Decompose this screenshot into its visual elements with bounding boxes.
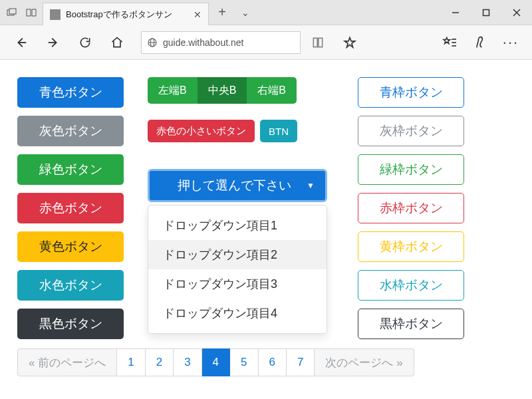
dropdown-item-2[interactable]: ドロップダウン項目3 (148, 269, 327, 299)
pagination-prev: « 前のページへ (17, 348, 117, 376)
pagination-page-6[interactable]: 6 (259, 348, 287, 376)
group-center-button[interactable]: 中央B (198, 77, 247, 104)
globe-icon (147, 37, 158, 48)
middle-column: 左端B 中央B 右端B 赤色の小さいボタン BTN 押して選んで下さい ▼ ドロ… (148, 77, 334, 339)
pagination-page-1[interactable]: 1 (117, 348, 145, 376)
refresh-button[interactable] (70, 29, 100, 56)
solid-button-2[interactable]: 緑色ボタン (17, 154, 124, 185)
outline-button-0[interactable]: 青枠ボタン (358, 77, 464, 108)
pagination-page-4[interactable]: 4 (202, 348, 230, 376)
forward-button[interactable] (39, 29, 68, 56)
favorite-star-button[interactable] (335, 29, 364, 56)
pagination-page-2[interactable]: 2 (146, 348, 174, 376)
more-menu-button[interactable]: ··· (496, 29, 525, 56)
dropdown: 押して選んで下さい ▼ ドロップダウン項目1ドロップダウン項目2ドロップダウン項… (148, 169, 334, 334)
caret-down-icon: ▼ (307, 181, 315, 190)
home-button[interactable] (102, 29, 132, 56)
pagination-page-5[interactable]: 5 (230, 348, 258, 376)
tab-close-icon[interactable]: ✕ (194, 9, 201, 20)
tab-title: Bootstrapで作るボタンサン (66, 9, 188, 21)
pagination-page-3[interactable]: 3 (174, 348, 201, 376)
solid-button-column: 青色ボタン灰色ボタン緑色ボタン赤色ボタン黄色ボタン水色ボタン黒色ボタン (17, 77, 124, 339)
page-content: 青色ボタン灰色ボタン緑色ボタン赤色ボタン黄色ボタン水色ボタン黒色ボタン 左端B … (0, 60, 532, 383)
outline-button-2[interactable]: 緑枠ボタン (358, 154, 464, 185)
solid-button-5[interactable]: 水色ボタン (17, 270, 124, 301)
address-bar[interactable]: guide.withabout.net (141, 31, 301, 54)
dropdown-item-0[interactable]: ドロップダウン項目1 (148, 211, 327, 240)
minimize-button[interactable] (440, 0, 471, 25)
solid-button-4[interactable]: 黄色ボタン (17, 231, 124, 262)
tab-favicon-icon (50, 9, 61, 20)
small-teal-button[interactable]: BTN (260, 120, 297, 142)
pagination: « 前のページへ1234567次のページへ » (17, 348, 515, 376)
pagination-page-7[interactable]: 7 (287, 348, 315, 376)
dropdown-item-1[interactable]: ドロップダウン項目2 (148, 240, 327, 269)
svg-rect-5 (483, 9, 489, 15)
tab-list-chevron-icon[interactable]: ⌄ (235, 0, 255, 25)
browser-toolbar: guide.withabout.net ··· (0, 25, 532, 60)
notes-button[interactable] (466, 29, 495, 56)
titlebar-left-icons (0, 0, 43, 25)
favorites-list-button[interactable] (435, 29, 464, 56)
window-split-icon[interactable] (24, 5, 39, 20)
group-left-button[interactable]: 左端B (148, 77, 198, 104)
reading-view-button[interactable] (303, 29, 332, 56)
pagination-next: 次のページへ » (315, 348, 414, 376)
browser-titlebar: Bootstrapで作るボタンサン ✕ + ⌄ (0, 0, 532, 25)
dropdown-item-3[interactable]: ドロップダウン項目4 (148, 299, 327, 328)
group-right-button[interactable]: 右端B (247, 77, 297, 104)
dropdown-toggle-label: 押して選んで下さい (178, 177, 291, 194)
browser-tab[interactable]: Bootstrapで作るボタンサン ✕ (43, 3, 209, 25)
button-group: 左端B 中央B 右端B (148, 77, 334, 104)
dropdown-menu: ドロップダウン項目1ドロップダウン項目2ドロップダウン項目3ドロップダウン項目4 (148, 205, 327, 334)
small-red-button[interactable]: 赤色の小さいボタン (148, 120, 255, 142)
maximize-button[interactable] (471, 0, 501, 25)
svg-rect-3 (32, 9, 36, 16)
address-text: guide.withabout.net (163, 37, 243, 48)
solid-button-3[interactable]: 赤色ボタン (17, 193, 124, 223)
solid-button-0[interactable]: 青色ボタン (17, 77, 124, 108)
svg-rect-2 (27, 9, 31, 16)
solid-button-1[interactable]: 灰色ボタン (17, 116, 124, 146)
outline-button-6[interactable]: 黒枠ボタン (358, 309, 464, 339)
outline-button-column: 青枠ボタン灰枠ボタン緑枠ボタン赤枠ボタン黄枠ボタン水枠ボタン黒枠ボタン (358, 77, 464, 339)
new-tab-button[interactable]: + (209, 0, 235, 25)
close-window-button[interactable] (501, 0, 532, 25)
window-controls (440, 0, 532, 25)
back-button[interactable] (7, 29, 36, 56)
svg-rect-1 (9, 9, 16, 14)
outline-button-5[interactable]: 水枠ボタン (358, 270, 464, 301)
outline-button-4[interactable]: 黄枠ボタン (358, 231, 464, 262)
dropdown-toggle[interactable]: 押して選んで下さい ▼ (148, 169, 327, 202)
outline-button-1[interactable]: 灰枠ボタン (358, 116, 464, 146)
solid-button-6[interactable]: 黒色ボタン (17, 309, 124, 339)
outline-button-3[interactable]: 赤枠ボタン (358, 193, 464, 223)
window-cascade-icon[interactable] (4, 5, 19, 20)
